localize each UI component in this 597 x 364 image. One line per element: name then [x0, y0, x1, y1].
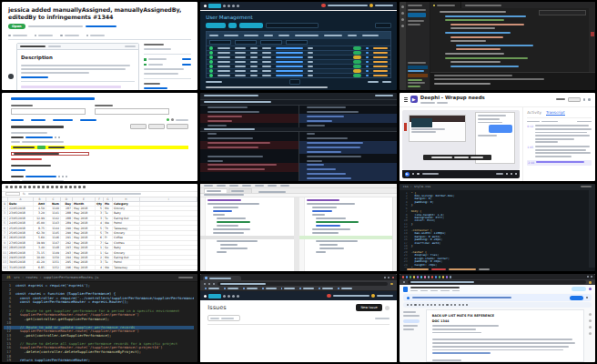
checkbox-checked-icon[interactable]	[144, 58, 147, 61]
tab-link[interactable]	[11, 119, 24, 121]
user-avatar-icon[interactable]	[369, 4, 373, 7]
files-icon[interactable]	[401, 5, 404, 8]
thumbnail-spreadsheet[interactable]: fx ABCDEFGHI 1DateAmtNumDayMonthQtyMoCat…	[2, 184, 197, 272]
bookmark-item[interactable]	[319, 288, 333, 289]
email-link[interactable]	[276, 47, 303, 49]
thumbnail-issues-page[interactable]: Issues New Issue	[200, 274, 396, 362]
modified-file[interactable]	[408, 74, 428, 77]
thumbnail-web-form[interactable]	[2, 93, 197, 181]
page-filter-dropdown[interactable]	[207, 315, 240, 321]
toolbar-icon[interactable]	[19, 186, 22, 188]
open-folder-button[interactable]	[408, 13, 426, 17]
speed-control[interactable]	[496, 173, 503, 175]
edit-icon[interactable]	[366, 66, 369, 68]
toolbar-icon[interactable]	[434, 304, 436, 306]
thumbnail-github-issue[interactable]: jessica added manuallyAssigned, manually…	[2, 2, 197, 90]
code-editor[interactable]	[430, 8, 595, 72]
window-controls[interactable]	[581, 186, 592, 187]
tab-link[interactable]	[31, 119, 46, 121]
sheets-toolbar[interactable]	[2, 184, 197, 192]
thumbnail-video-player[interactable]: ▶ Deephi - Wrapup needs	[400, 93, 595, 181]
profile-avatar[interactable]	[390, 283, 393, 286]
nav-icon[interactable]	[237, 5, 239, 7]
toolbar-icon[interactable]	[454, 304, 456, 306]
side-panel-icons[interactable]	[587, 309, 593, 362]
edit-icon[interactable]	[366, 52, 369, 55]
code-lines[interactable]: * { box-sizing: border-box; margin: 0; p…	[400, 190, 589, 268]
minimap[interactable]	[589, 8, 595, 72]
comment-icon[interactable]	[417, 173, 420, 176]
table-header-row[interactable]	[207, 32, 390, 39]
nav-icon[interactable]	[232, 295, 235, 298]
fullscreen-icon[interactable]	[515, 173, 518, 176]
new-issue-button[interactable]: New Issue	[356, 304, 381, 311]
issue-branch-link[interactable]	[86, 25, 116, 27]
edit-icon[interactable]	[366, 61, 369, 64]
toolbar-icon[interactable]	[78, 186, 81, 188]
search-input[interactable]	[266, 23, 319, 28]
editor-tab[interactable]	[228, 188, 252, 193]
scrollbar[interactable]	[392, 197, 397, 272]
timestamp[interactable]: 0:12	[527, 125, 533, 143]
toolbar-icon[interactable]	[466, 304, 468, 306]
tab-link[interactable]	[53, 119, 73, 121]
code-lines[interactable]: const express = require('express'); cons…	[2, 282, 197, 362]
profile-avatar[interactable]	[589, 281, 592, 284]
outline-active-item[interactable]	[403, 319, 420, 323]
action-button[interactable]	[167, 124, 188, 129]
toolbar-icon[interactable]	[427, 304, 429, 306]
inline-link[interactable]	[21, 76, 48, 78]
issue-tab-bar[interactable]	[8, 33, 191, 41]
toolbar-icon[interactable]	[28, 186, 31, 188]
toolbar-icon[interactable]	[46, 186, 49, 188]
toolbar-button[interactable]	[228, 23, 237, 28]
issue-tab[interactable]	[60, 35, 79, 37]
page-heading-link[interactable]	[11, 97, 95, 100]
add-user-button[interactable]	[206, 23, 226, 28]
toolbar-icon[interactable]	[69, 186, 72, 188]
filter-input[interactable]	[209, 40, 231, 45]
user-avatar-icon[interactable]	[371, 294, 375, 298]
extensions-icon[interactable]	[401, 25, 404, 27]
nav-icon[interactable]	[223, 295, 226, 298]
nav-icon[interactable]	[228, 5, 230, 7]
detail-link[interactable]	[25, 176, 56, 177]
thumbnail-js-editor[interactable]: JS src › routes › supplierPerformanceRou…	[2, 274, 197, 362]
pagination-control[interactable]	[289, 79, 300, 85]
thumbnail-vscode-dark[interactable]	[400, 2, 595, 90]
email-link[interactable]	[276, 70, 303, 72]
hamburger-menu-icon[interactable]	[404, 97, 408, 102]
thumbnail-ide-light-diff[interactable]	[200, 184, 396, 272]
sheet-grid[interactable]: 1DateAmtNumDayMonthQtyMoCategory 222/05/…	[2, 202, 197, 272]
toolbar-icon[interactable]	[410, 304, 412, 306]
transcript-entry-active[interactable]: 2:48	[527, 160, 592, 166]
settings-icon[interactable]	[506, 173, 509, 176]
toolbar-icon[interactable]	[10, 186, 13, 188]
edit-icon[interactable]	[366, 47, 369, 50]
toolbar-icon[interactable]	[422, 304, 424, 306]
search-icon[interactable]	[588, 98, 591, 101]
back-icon[interactable]	[403, 281, 405, 283]
editor-tab-bar[interactable]	[430, 2, 595, 8]
alert-badge[interactable]	[321, 4, 326, 7]
edit-icon[interactable]	[366, 70, 369, 73]
cell-reference-box[interactable]	[5, 192, 20, 196]
email-link[interactable]	[276, 75, 303, 76]
bookmark-item[interactable]	[338, 288, 352, 289]
page-size-select[interactable]	[375, 23, 391, 28]
calendar-icon[interactable]	[589, 313, 592, 316]
diff-left-pane[interactable]	[200, 197, 293, 272]
detail-link[interactable]	[25, 136, 53, 138]
url-field[interactable]	[218, 282, 388, 287]
filter-input[interactable]	[235, 40, 257, 45]
document-outline[interactable]	[403, 309, 423, 362]
timestamp[interactable]: 2:48	[528, 161, 534, 165]
sidebar-link[interactable]	[182, 64, 191, 66]
code-line[interactable]: }	[401, 267, 580, 268]
toolbar-icon[interactable]	[5, 186, 8, 188]
toolbar-icon[interactable]	[60, 186, 63, 188]
share-button[interactable]	[572, 287, 586, 291]
minimap[interactable]	[589, 190, 595, 268]
toolbar-icon[interactable]	[42, 186, 45, 188]
app-logo-icon[interactable]	[204, 295, 207, 298]
